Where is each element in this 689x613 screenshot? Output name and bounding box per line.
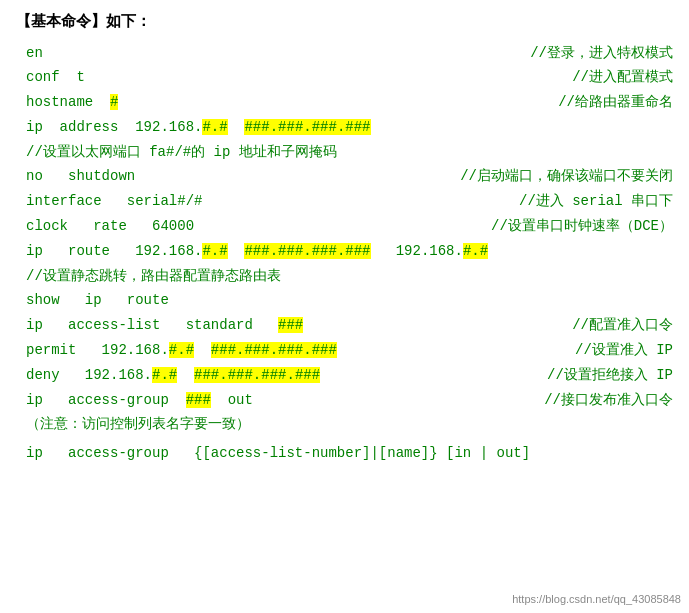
command-text: en [26,42,43,66]
watermark: https://blog.csdn.net/qq_43085848 [512,593,681,605]
comment-text: //接口发布准入口令 [524,389,673,413]
highlight-text: ### [278,317,303,333]
list-item: clock rate 64000 //设置串口时钟速率（DCE） [26,215,673,239]
list-item: show ip route [26,289,673,313]
command-text: show ip route [26,289,169,313]
list-item: //设置静态跳转，路由器配置静态路由表 [26,265,673,289]
comment-text: //进入 serial 串口下 [499,190,673,214]
comment-text: //进入配置模式 [552,66,673,90]
comment-full: //设置以太网端口 fa#/#的 ip 地址和子网掩码 [26,141,337,165]
comment-text: //设置串口时钟速率（DCE） [471,215,673,239]
command-text: ip route 192.168.#.# ###.###.###.### 192… [26,240,488,264]
command-text: hostname # [26,91,118,115]
comment-text: //登录，进入特权模式 [510,42,673,66]
list-item: ip access-group ### out //接口发布准入口令 [26,389,673,413]
list-item: conf t //进入配置模式 [26,66,673,90]
list-item: ip access-list standard ### //配置准入口令 [26,314,673,338]
command-text: ip access-group {[access-list-number]|[n… [26,442,530,466]
comment-text: //设置准入 IP [555,339,673,363]
command-text: no shutdown [26,165,135,189]
command-text: conf t [26,66,85,90]
command-block: en //登录，进入特权模式 conf t //进入配置模式 hostname … [26,42,673,467]
list-item: no shutdown //启动端口，确保该端口不要关闭 [26,165,673,189]
list-item: ip route 192.168.#.# ###.###.###.### 192… [26,240,673,264]
command-text: ip address 192.168.#.# ###.###.###.### [26,116,371,140]
highlight-text: #.# [152,367,177,383]
highlight-text: ###.###.###.### [194,367,320,383]
note-text: （注意：访问控制列表名字要一致） [26,413,250,437]
command-text: ip access-list standard ### [26,314,303,338]
comment-text: //给路由器重命名 [538,91,673,115]
highlight-text: # [110,94,118,110]
highlight-text: #.# [202,119,227,135]
highlight-text: #.# [202,243,227,259]
highlight-text: ### [186,392,211,408]
highlight-text: #.# [169,342,194,358]
highlight-text: #.# [463,243,488,259]
command-text: permit 192.168.#.# ###.###.###.### [26,339,337,363]
list-item: （注意：访问控制列表名字要一致） [26,413,673,437]
command-text: interface serial#/# [26,190,202,214]
list-item: en //登录，进入特权模式 [26,42,673,66]
comment-text: //设置拒绝接入 IP [527,364,673,388]
command-text: ip access-group ### out [26,389,253,413]
list-item: ip address 192.168.#.# ###.###.###.### [26,116,673,140]
comment-full: //设置静态跳转，路由器配置静态路由表 [26,265,281,289]
list-item: hostname # //给路由器重命名 [26,91,673,115]
list-item: permit 192.168.#.# ###.###.###.### //设置准… [26,339,673,363]
list-item: ip access-group {[access-list-number]|[n… [26,442,673,466]
list-item: //设置以太网端口 fa#/#的 ip 地址和子网掩码 [26,141,673,165]
content-area: 【基本命令】如下： en //登录，进入特权模式 conf t //进入配置模式… [16,10,673,466]
comment-text: //配置准入口令 [552,314,673,338]
highlight-text: ###.###.###.### [244,243,370,259]
comment-text: //启动端口，确保该端口不要关闭 [440,165,673,189]
section-heading: 【基本命令】如下： [16,10,673,36]
list-item: deny 192.168.#.# ###.###.###.### //设置拒绝接… [26,364,673,388]
command-text: deny 192.168.#.# ###.###.###.### [26,364,320,388]
list-item: interface serial#/# //进入 serial 串口下 [26,190,673,214]
highlight-text: ###.###.###.### [244,119,370,135]
highlight-text: ###.###.###.### [211,342,337,358]
command-text: clock rate 64000 [26,215,194,239]
